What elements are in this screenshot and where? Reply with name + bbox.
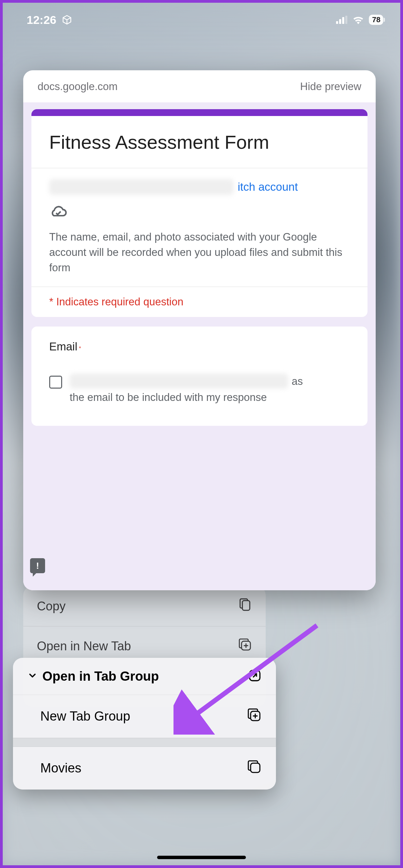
preview-header: docs.google.com Hide preview [23,70,376,102]
new-tab-group-item[interactable]: New Tab Group [13,695,276,738]
consent-line2: the email to be included with my respons… [70,390,350,405]
form-title: Fitness Assessment Form [31,116,367,168]
movies-tab-group-item[interactable]: Movies [13,747,276,790]
submenu-title: Open in Tab Group [42,669,159,684]
submenu-separator [13,738,276,747]
battery-indicator: 78 [369,15,383,25]
home-indicator[interactable] [157,856,246,859]
form-header-card: Fitness Assessment Form itch account The… [31,109,367,317]
context-copy[interactable]: Copy [23,586,266,626]
email-consent-checkbox[interactable] [49,376,62,389]
tab-group-icon [247,759,262,777]
status-time: 12:26 [27,13,56,27]
new-tab-group-label: New Tab Group [40,709,130,724]
switch-account-link[interactable]: itch account [238,180,298,193]
battery-percent: 78 [372,15,380,24]
email-consent-text: as the email to be included with my resp… [70,374,350,405]
status-bar: 12:26 [3,3,400,37]
hide-preview-button[interactable]: Hide preview [300,81,361,93]
svg-rect-3 [345,16,347,24]
required-star: * [79,346,81,351]
redacted-account-email [49,179,234,195]
consent-tail: as [292,374,303,389]
cellular-icon [336,16,348,24]
package-icon [62,15,72,25]
required-indicator-note: * Indicates required question [31,287,367,317]
preview-url: docs.google.com [38,81,117,93]
tab-group-submenu: Open in Tab Group New Tab Group Movie [13,658,276,790]
movies-label: Movies [40,761,81,776]
new-tab-icon [238,637,252,655]
open-external-icon [248,669,262,684]
phone-screen: 12:26 [3,3,400,865]
copy-label: Copy [37,599,66,613]
open-new-tab-label: Open in New Tab [37,639,131,653]
email-label: Email [49,340,78,353]
form-description: The name, email, and photo associated wi… [49,230,350,276]
svg-rect-0 [336,21,338,24]
svg-rect-1 [339,19,341,24]
svg-rect-4 [242,601,250,610]
chevron-down-icon [27,670,38,682]
submenu-header[interactable]: Open in Tab Group [13,658,276,695]
svg-rect-8 [251,763,260,772]
svg-rect-2 [342,17,344,24]
copy-icon [238,597,252,615]
wifi-icon [352,15,364,24]
redacted-email-text [70,374,288,389]
add-tab-group-icon [247,707,262,725]
email-question-card: Email * as the email to be included with… [31,327,367,426]
preview-body: Fitness Assessment Form itch account The… [23,102,376,590]
link-preview-card: docs.google.com Hide preview Fitness Ass… [23,70,376,590]
cloud-saved-icon [49,205,350,220]
report-issue-icon[interactable]: ! [30,558,45,573]
